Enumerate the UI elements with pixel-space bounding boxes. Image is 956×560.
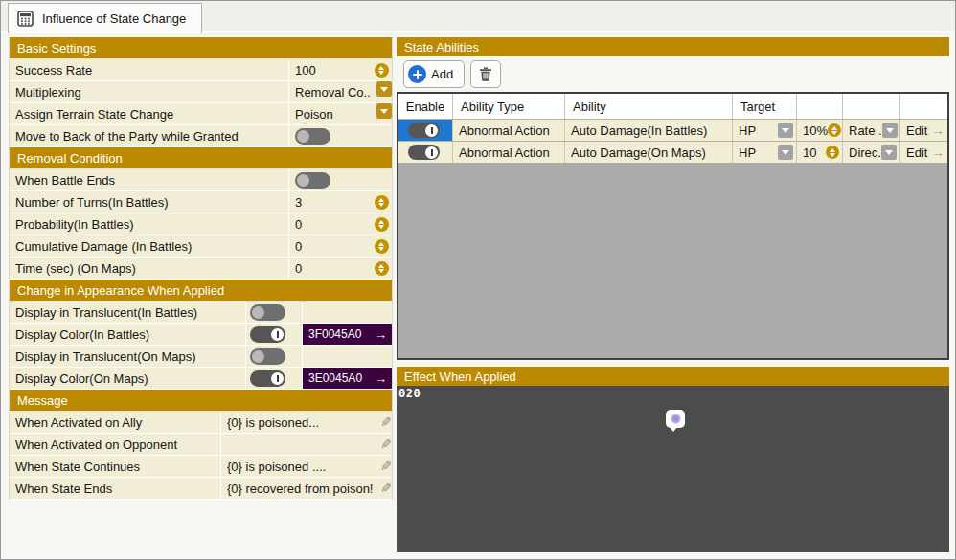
msg-activated-on-ally-field[interactable]: {0} is poisoned... ✎ <box>221 412 392 433</box>
stepper-icon[interactable] <box>375 195 389 210</box>
row-success-rate: Success Rate 100 <box>10 59 392 81</box>
target-cell[interactable]: HP <box>733 142 797 163</box>
table-header-cell: Ability <box>565 94 733 119</box>
table-header-cell: Target <box>733 94 797 119</box>
msg-activated-on-opponent-field[interactable]: ✎ <box>221 434 392 455</box>
dropdown-arrow-icon[interactable] <box>882 123 898 138</box>
row-label: Display in Translucent(In Battles) <box>10 302 246 323</box>
section-title: Message <box>17 393 68 408</box>
msg-state-continues-field[interactable]: {0} is poisoned .... ✎ <box>221 456 392 477</box>
success-rate-field[interactable]: 100 <box>289 59 392 80</box>
rate-value: 10 <box>803 146 816 160</box>
section-header-removal-condition: Removal Condition <box>10 147 392 169</box>
dropdown-arrow-icon[interactable] <box>778 145 793 160</box>
row-msg-state-ends: When State Ends {0} recovered from poiso… <box>10 478 392 500</box>
when-battle-ends-toggle[interactable] <box>295 172 330 189</box>
ability-type-cell[interactable]: Abnormal Action <box>453 142 565 163</box>
tab-influence-of-state-change[interactable]: Influence of State Change <box>8 3 202 33</box>
enable-toggle[interactable] <box>408 123 440 138</box>
field-value: {0} is poisoned... <box>227 415 335 430</box>
enable-toggle[interactable] <box>408 145 440 160</box>
display-color-on-maps-toggle[interactable] <box>250 370 285 387</box>
edit-pencil-icon[interactable]: ✎ <box>376 437 392 451</box>
trash-icon <box>479 67 492 81</box>
row-label: When Activated on Ally <box>10 412 221 433</box>
direction-value: Rate . <box>849 123 882 138</box>
direction-cell[interactable]: Direc. <box>843 142 900 163</box>
effect-when-applied-panel: Effect When Applied 020 <box>397 367 949 552</box>
field-value: {0} is poisoned .... <box>227 459 342 474</box>
target-cell[interactable]: HP <box>733 120 797 141</box>
cumulative-damage-field[interactable]: 0 <box>289 235 392 257</box>
dropdown-arrow-icon[interactable] <box>778 123 793 138</box>
field-value: 0 <box>295 261 318 276</box>
stepper-icon[interactable] <box>375 217 389 232</box>
msg-state-ends-field[interactable]: {0} recovered from poison! ✎ <box>221 478 392 499</box>
edit-cell[interactable]: Edit → <box>900 120 947 141</box>
ability-cell[interactable]: Auto Damage(In Battles) <box>565 120 733 141</box>
ability-type-cell[interactable]: Abnormal Action <box>453 120 565 141</box>
time-sec-field[interactable]: 0 <box>289 258 392 279</box>
number-of-turns-field[interactable]: 3 <box>289 191 392 213</box>
row-label: Display in Translucent(On Maps) <box>10 346 246 367</box>
stepper-icon[interactable] <box>828 123 841 137</box>
open-color-picker-arrow-icon[interactable]: → <box>375 371 387 386</box>
section-title: Change in Appearance When Applied <box>17 283 224 298</box>
edit-pencil-icon[interactable]: ✎ <box>376 482 392 495</box>
stepper-icon[interactable] <box>826 146 839 159</box>
speech-bubble-effect-icon <box>666 410 685 428</box>
enable-cell <box>398 142 453 163</box>
table-row[interactable]: Abnormal Action Auto Damage(In Battles) … <box>398 119 947 141</box>
row-label: Cumulative Damage (In Battles) <box>10 235 289 257</box>
particle-dot <box>671 414 681 424</box>
stepper-icon[interactable] <box>375 239 389 254</box>
ability-cell[interactable]: Auto Damage(On Maps) <box>565 142 733 163</box>
field-value: 3 <box>295 195 318 210</box>
dropdown-arrow-icon[interactable] <box>881 145 897 160</box>
row-label: When State Ends <box>10 478 221 499</box>
stepper-icon[interactable] <box>375 63 389 78</box>
panel-title: Effect When Applied <box>404 370 516 384</box>
row-time-sec: Time (sec) (On Maps) 0 <box>10 258 392 280</box>
enable-cell-selected <box>398 120 453 141</box>
edit-label: Edit <box>906 123 927 138</box>
direction-cell[interactable]: Rate . <box>843 120 900 141</box>
dropdown-arrow-icon[interactable] <box>376 103 392 119</box>
table-header-cell: Enable <box>398 94 453 119</box>
effect-preview-area[interactable]: 020 <box>397 386 949 552</box>
translucent-in-battles-toggle[interactable] <box>250 304 285 321</box>
rate-cell[interactable]: 10 <box>797 142 843 163</box>
row-probability: Probability(In Battles) 0 <box>10 213 392 235</box>
terrain-state-select[interactable]: Poison <box>289 103 392 124</box>
color-swatch-on-maps[interactable]: 3E0045A0 → <box>303 368 392 389</box>
open-color-picker-arrow-icon[interactable]: → <box>375 327 387 342</box>
color-swatch-in-battles[interactable]: 3F0045A0 → <box>303 324 392 345</box>
multiplexing-select[interactable]: Removal Co.. <box>289 81 392 102</box>
rate-cell[interactable]: 10% <box>797 120 843 141</box>
row-cumulative-damage: Cumulative Damage (In Battles) 0 <box>10 235 392 258</box>
stepper-icon[interactable] <box>375 261 389 276</box>
add-button[interactable]: Add <box>403 60 465 88</box>
table-header-cell <box>900 94 947 119</box>
influence-of-state-change-window: Influence of State Change Basic Settings… <box>0 0 956 560</box>
field-value: Poison <box>295 107 350 122</box>
section-title: Removal Condition <box>17 151 123 166</box>
state-abilities-header: State Abilities <box>397 37 949 56</box>
table-header-row: Enable Ability Type Ability Target <box>398 94 947 119</box>
delete-button[interactable] <box>470 60 501 88</box>
edit-pencil-icon[interactable]: ✎ <box>376 459 392 473</box>
probability-field[interactable]: 0 <box>289 213 392 235</box>
color-hex-value: 3F0045A0 <box>308 327 361 341</box>
table-row[interactable]: Abnormal Action Auto Damage(On Maps) HP … <box>398 141 947 163</box>
row-label: Probability(In Battles) <box>10 213 289 235</box>
display-color-in-battles-toggle[interactable] <box>250 326 285 343</box>
grid-document-icon <box>17 11 34 27</box>
edit-cell[interactable]: Edit → <box>900 142 947 163</box>
effect-panel-header: Effect When Applied <box>397 367 949 386</box>
translucent-on-maps-toggle[interactable] <box>250 348 285 365</box>
edit-pencil-icon[interactable]: ✎ <box>376 415 392 429</box>
move-to-back-toggle[interactable] <box>295 128 330 145</box>
row-label: Number of Turns(In Battles) <box>10 191 289 213</box>
row-label: Success Rate <box>10 59 289 80</box>
dropdown-arrow-icon[interactable] <box>376 81 392 97</box>
